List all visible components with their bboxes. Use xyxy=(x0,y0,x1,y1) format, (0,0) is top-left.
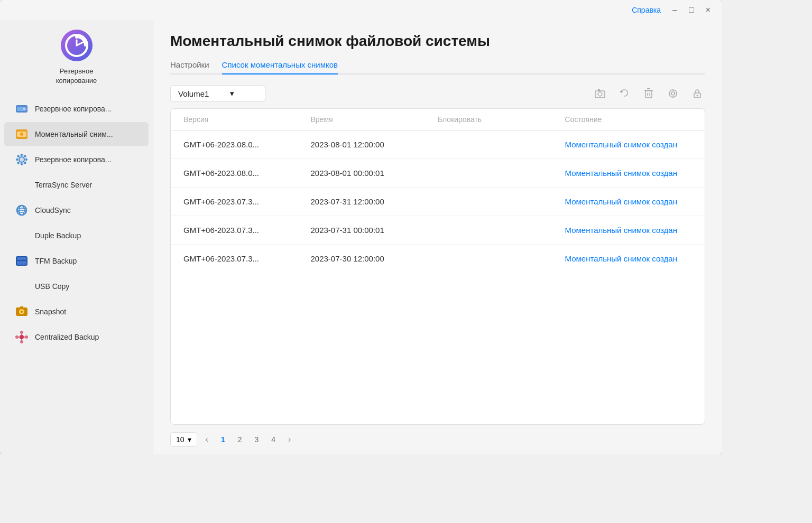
sidebar-item-cloudsync[interactable]: CloudSync xyxy=(4,198,149,222)
settings-backup-icon xyxy=(15,153,29,166)
table-row[interactable]: GMT+06-2023.08.0... 2023-08-01 12:00:00 … xyxy=(171,130,705,159)
svg-point-33 xyxy=(20,331,23,334)
cell-version-1: GMT+06-2023.08.0... xyxy=(183,140,311,149)
help-link[interactable]: Справка xyxy=(632,6,661,14)
page-3-button[interactable]: 3 xyxy=(251,433,263,446)
centralized-icon xyxy=(15,330,29,344)
table-row[interactable]: GMT+06-2023.08.0... 2023-08-01 00:00:01 … xyxy=(171,159,705,188)
col-status: Состояние xyxy=(565,115,693,124)
cell-time-5: 2023-07-30 12:00:00 xyxy=(311,254,438,263)
toolbar: Volume1 ▾ xyxy=(170,85,705,102)
sidebar-item-terrasync[interactable]: TerraSync Server xyxy=(4,173,149,197)
page-size-value: 10 xyxy=(176,435,184,444)
cell-version-5: GMT+06-2023.07.3... xyxy=(183,254,311,263)
svg-point-20 xyxy=(17,162,20,164)
page-1-button[interactable]: 1 xyxy=(217,433,229,446)
svg-rect-31 xyxy=(20,306,23,308)
svg-point-56 xyxy=(697,95,698,97)
duple-icon xyxy=(15,229,29,242)
next-page-button[interactable]: › xyxy=(284,433,295,446)
tab-settings[interactable]: Настройки xyxy=(170,60,209,74)
svg-point-35 xyxy=(15,335,19,339)
volume-dropdown[interactable]: Volume1 ▾ xyxy=(170,85,265,102)
sidebar-item-duple-label: Duple Backup xyxy=(35,231,81,240)
sidebar-item-usb-label: USB Copy xyxy=(35,282,69,291)
cell-version-4: GMT+06-2023.07.3... xyxy=(183,226,311,235)
svg-point-30 xyxy=(21,311,23,313)
svg-point-13 xyxy=(21,154,23,156)
sidebar-item-centralized[interactable]: Centralized Backup xyxy=(4,325,149,349)
app-logo xyxy=(60,29,94,62)
svg-point-16 xyxy=(25,158,27,161)
title-bar: Справка – □ × xyxy=(0,0,722,20)
svg-point-14 xyxy=(21,163,23,165)
sidebar-nav: Резервное копирова... Моментальный сним.… xyxy=(0,96,153,350)
delete-icon-button[interactable] xyxy=(641,86,657,101)
prev-page-button[interactable]: ‹ xyxy=(201,433,213,446)
sidebar-item-usb[interactable]: USB Copy xyxy=(4,274,149,298)
page-4-button[interactable]: 4 xyxy=(267,433,280,446)
table-row[interactable]: GMT+06-2023.07.3... 2023-07-31 00:00:01 … xyxy=(171,216,705,245)
table-body: GMT+06-2023.08.0... 2023-08-01 12:00:00 … xyxy=(171,130,705,424)
chevron-down-icon: ▾ xyxy=(230,89,234,98)
page-2-button[interactable]: 2 xyxy=(234,433,246,446)
sidebar-item-snapshot2[interactable]: Snapshot xyxy=(4,300,149,324)
svg-point-34 xyxy=(20,340,23,343)
table-header: Версия Время Блокировать Состояние xyxy=(171,109,705,130)
sidebar-item-snapshot[interactable]: Моментальный сним... xyxy=(4,122,149,146)
cell-time-2: 2023-08-01 00:00:01 xyxy=(311,169,438,178)
svg-rect-27 xyxy=(17,261,26,265)
snapshot-icon xyxy=(15,127,29,141)
sidebar-item-duple[interactable]: Duple Backup xyxy=(4,223,149,248)
usb-icon xyxy=(15,279,29,293)
sidebar-item-backup1[interactable]: Резервное копирова... xyxy=(4,97,149,121)
terrasync-icon xyxy=(15,178,29,192)
main-content: Резервноекопирование Резервное копирова.… xyxy=(0,20,722,454)
sidebar-item-snapshot2-label: Snapshot xyxy=(35,307,66,316)
app-name: Резервноекопирование xyxy=(56,67,97,86)
col-version: Версия xyxy=(183,115,311,124)
window-controls: – □ × xyxy=(669,4,714,16)
svg-point-15 xyxy=(16,158,18,161)
sidebar-item-backup2[interactable]: Резервное копирова... xyxy=(4,147,149,172)
cell-status-5: Моментальный снимок создан xyxy=(565,254,693,263)
cell-version-3: GMT+06-2023.07.3... xyxy=(183,197,311,206)
cell-version-2: GMT+06-2023.08.0... xyxy=(183,169,311,178)
pagination: 10 ▾ ‹ 1 2 3 4 › xyxy=(170,425,705,454)
table-row[interactable]: GMT+06-2023.07.3... 2023-07-30 12:00:00 … xyxy=(171,245,705,273)
clone-icon-button[interactable] xyxy=(665,86,681,101)
volume-value: Volume1 xyxy=(178,89,209,98)
toolbar-icon-group xyxy=(592,86,705,101)
col-time: Время xyxy=(311,115,438,124)
snapshot-table: Версия Время Блокировать Состояние GMT+0… xyxy=(170,108,705,425)
tab-bar: Настройки Список моментальных снимков xyxy=(170,60,705,74)
page-size-select[interactable]: 10 ▾ xyxy=(170,432,197,447)
snapshot2-icon xyxy=(15,305,29,319)
sidebar-item-tfm[interactable]: TFM Backup xyxy=(4,249,149,273)
close-button[interactable]: × xyxy=(703,4,714,16)
minimize-button[interactable]: – xyxy=(669,4,680,16)
lock-icon-button[interactable] xyxy=(689,86,705,101)
backup-drive-icon xyxy=(15,102,29,116)
svg-point-2 xyxy=(75,35,78,39)
col-lock: Блокировать xyxy=(438,115,565,124)
svg-point-17 xyxy=(17,155,20,157)
sidebar-item-backup2-label: Резервное копирова... xyxy=(35,155,111,164)
svg-point-18 xyxy=(24,162,26,164)
svg-rect-7 xyxy=(23,108,25,110)
table-row[interactable]: GMT+06-2023.07.3... 2023-07-31 12:00:00 … xyxy=(171,188,705,216)
undo-icon-button[interactable] xyxy=(616,86,632,101)
svg-point-19 xyxy=(24,155,26,157)
sidebar-item-snapshot-label: Моментальный сним... xyxy=(35,130,113,138)
sidebar-item-cloudsync-label: CloudSync xyxy=(35,206,71,214)
camera-icon-button[interactable] xyxy=(592,86,608,101)
tab-list[interactable]: Список моментальных снимков xyxy=(222,60,338,74)
sidebar-item-centralized-label: Centralized Backup xyxy=(35,333,99,341)
svg-point-32 xyxy=(20,335,24,339)
right-panel: Моментальный снимок файловой системы Нас… xyxy=(153,20,722,454)
svg-point-42 xyxy=(598,92,602,96)
maximize-button[interactable]: □ xyxy=(686,4,697,16)
page-title: Моментальный снимок файловой системы xyxy=(170,33,705,50)
sidebar-item-terrasync-label: TerraSync Server xyxy=(35,181,92,189)
cell-status-2: Моментальный снимок создан xyxy=(565,169,693,178)
